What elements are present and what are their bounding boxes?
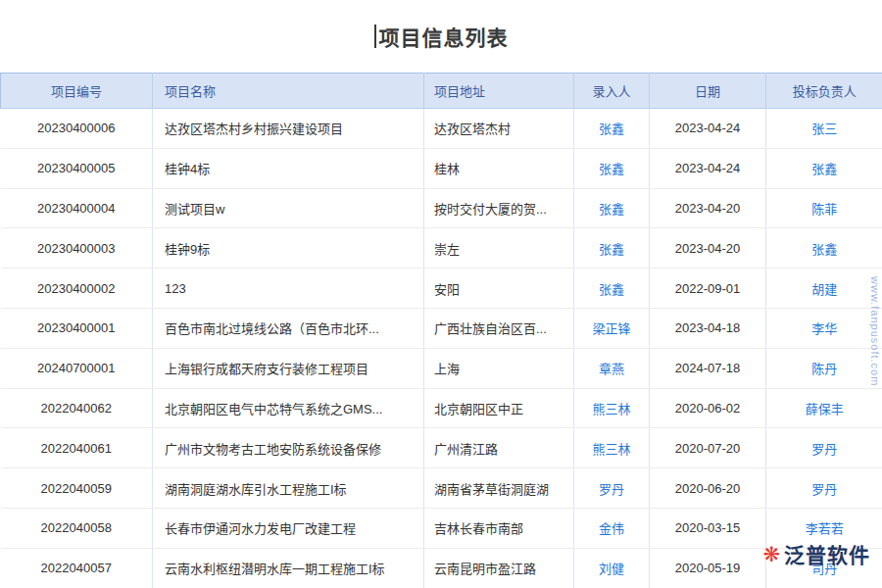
cell-code: 20230400003: [1, 228, 153, 269]
cell-name: 长春市伊通河水力发电厂改建工程: [153, 508, 424, 548]
column-header-name: 项目名称: [153, 74, 424, 109]
cell-date: 2020-06-20: [650, 468, 766, 509]
cell-code: 20230400001: [1, 308, 153, 348]
column-header-date: 日期: [650, 74, 766, 109]
table-row[interactable]: 2022040057云南水利枢纽潜明水库一期工程施工I标云南昆明市盈江路刘健20…: [1, 548, 882, 588]
bid-manager-link[interactable]: 罗丹: [766, 468, 882, 509]
cell-address: 上海: [424, 348, 574, 388]
cell-address: 北京朝阳区中正: [424, 388, 574, 428]
bid-manager-link[interactable]: 张鑫: [766, 148, 882, 188]
cell-code: 20230400004: [1, 188, 153, 228]
entry-user-link[interactable]: 罗丹: [574, 468, 650, 509]
entry-user-link[interactable]: 章燕: [574, 348, 650, 388]
cell-name: 达孜区塔杰村乡村振兴建设项目: [153, 109, 424, 149]
cell-address: 广州清江路: [424, 428, 574, 468]
entry-user-link[interactable]: 张鑫: [574, 148, 650, 188]
project-table: 项目编号项目名称项目地址录入人日期投标负责人 20230400006达孜区塔杰村…: [0, 73, 882, 588]
cell-address: 吉林长春市南部: [424, 508, 574, 548]
table-header-row: 项目编号项目名称项目地址录入人日期投标负责人: [1, 74, 882, 109]
bid-manager-link[interactable]: 薛保丰: [766, 388, 882, 428]
entry-user-link[interactable]: 张鑫: [574, 269, 650, 309]
entry-user-link[interactable]: 梁正锋: [574, 308, 650, 348]
entry-user-link[interactable]: 刘健: [574, 548, 650, 588]
column-header-address: 项目地址: [424, 74, 574, 109]
table-row[interactable]: 20230400006达孜区塔杰村乡村振兴建设项目达孜区塔杰村张鑫2023-04…: [1, 109, 882, 149]
cell-date: 2022-09-01: [650, 269, 766, 309]
cell-code: 20230400002: [1, 269, 153, 309]
table-row[interactable]: 2022040059湖南洞庭湖水库引水工程施工I标湖南省茅草街洞庭湖罗丹2020…: [1, 468, 882, 509]
table-row[interactable]: 20240700001上海银行成都天府支行装修工程项目上海章燕2024-07-1…: [1, 348, 882, 388]
cell-address: 崇左: [424, 228, 574, 269]
cell-code: 20230400006: [1, 109, 153, 149]
cell-date: 2023-04-20: [650, 228, 766, 269]
bid-manager-link[interactable]: 罗丹: [766, 428, 882, 468]
cell-name: 123: [153, 269, 424, 309]
cell-address: 安阳: [424, 269, 574, 309]
cell-date: 2023-04-24: [650, 109, 766, 149]
bid-manager-link[interactable]: 司丹: [766, 548, 882, 588]
table-row[interactable]: 20230400004测试项目w按时交付大厦的贺...张鑫2023-04-20陈…: [1, 188, 882, 228]
cell-date: 2023-04-24: [650, 148, 766, 188]
cell-code: 2022040059: [1, 468, 153, 509]
table-header: 项目编号项目名称项目地址录入人日期投标负责人: [1, 74, 882, 109]
column-header-manager: 投标负责人: [766, 74, 882, 109]
table-row[interactable]: 20230400001百色市南北过境线公路（百色市北环...广西壮族自治区百..…: [1, 308, 882, 348]
bid-manager-link[interactable]: 李华: [766, 308, 882, 348]
cell-date: 2020-07-20: [650, 428, 766, 468]
cell-code: 2022040058: [1, 508, 153, 548]
cell-code: 2022040061: [1, 428, 153, 468]
cell-address: 桂林: [424, 148, 574, 188]
cell-name: 桂钟9标: [153, 228, 424, 269]
cell-name: 北京朝阳区电气中芯特气系统之GMS...: [153, 388, 424, 428]
entry-user-link[interactable]: 张鑫: [574, 188, 650, 228]
cell-name: 湖南洞庭湖水库引水工程施工I标: [153, 468, 424, 509]
column-header-code: 项目编号: [1, 74, 153, 109]
table-row[interactable]: 20230400003桂钟9标崇左张鑫2023-04-20张鑫: [1, 228, 882, 269]
table-row[interactable]: 2022040058长春市伊通河水力发电厂改建工程吉林长春市南部金伟2020-0…: [1, 508, 882, 548]
bid-manager-link[interactable]: 张鑫: [766, 228, 882, 269]
cell-date: 2020-03-15: [650, 508, 766, 548]
cell-code: 2022040057: [1, 548, 153, 588]
bid-manager-link[interactable]: 陈菲: [766, 188, 882, 228]
cell-code: 20230400005: [1, 148, 153, 188]
entry-user-link[interactable]: 张鑫: [574, 228, 650, 269]
cell-code: 20240700001: [1, 348, 153, 388]
entry-user-link[interactable]: 熊三林: [574, 388, 650, 428]
title-bar: 项目信息列表: [0, 0, 882, 73]
bid-manager-link[interactable]: 陈丹: [766, 348, 882, 388]
entry-user-link[interactable]: 熊三林: [574, 428, 650, 468]
cell-date: 2020-06-02: [650, 388, 766, 428]
cell-address: 广西壮族自治区百...: [424, 308, 574, 348]
cell-date: 2023-04-18: [650, 308, 766, 348]
table-row[interactable]: 2022040062北京朝阳区电气中芯特气系统之GMS...北京朝阳区中正熊三林…: [1, 388, 882, 428]
cell-address: 按时交付大厦的贺...: [424, 188, 574, 228]
cell-address: 云南昆明市盈江路: [424, 548, 574, 588]
cell-name: 百色市南北过境线公路（百色市北环...: [153, 308, 424, 348]
bid-manager-link[interactable]: 胡建: [766, 269, 882, 309]
cell-date: 2023-04-20: [650, 188, 766, 228]
cell-date: 2020-05-19: [650, 548, 766, 588]
table-row[interactable]: 2022040061广州市文物考古工地安防系统设备保修广州清江路熊三林2020-…: [1, 428, 882, 468]
cell-name: 桂钟4标: [153, 148, 424, 188]
bid-manager-link[interactable]: 张三: [766, 109, 882, 149]
entry-user-link[interactable]: 金伟: [574, 508, 650, 548]
cell-name: 云南水利枢纽潜明水库一期工程施工I标: [153, 548, 424, 588]
cell-address: 达孜区塔杰村: [424, 109, 574, 149]
page-title: 项目信息列表: [379, 22, 509, 51]
cell-date: 2024-07-18: [650, 348, 766, 388]
cell-address: 湖南省茅草街洞庭湖: [424, 468, 574, 509]
cell-code: 2022040062: [1, 388, 153, 428]
text-cursor: [374, 24, 376, 48]
column-header-entry: 录入人: [574, 74, 650, 109]
bid-manager-link[interactable]: 李若若: [766, 508, 882, 548]
cell-name: 广州市文物考古工地安防系统设备保修: [153, 428, 424, 468]
project-info-page: 项目信息列表 项目编号项目名称项目地址录入人日期投标负责人 2023040000…: [0, 0, 882, 588]
cell-name: 测试项目w: [153, 188, 424, 228]
cell-name: 上海银行成都天府支行装修工程项目: [153, 348, 424, 388]
table-row[interactable]: 20230400005桂钟4标桂林张鑫2023-04-24张鑫: [1, 148, 882, 188]
entry-user-link[interactable]: 张鑫: [574, 109, 650, 149]
table-row[interactable]: 20230400002123安阳张鑫2022-09-01胡建: [1, 269, 882, 309]
table-body: 20230400006达孜区塔杰村乡村振兴建设项目达孜区塔杰村张鑫2023-04…: [1, 109, 882, 588]
